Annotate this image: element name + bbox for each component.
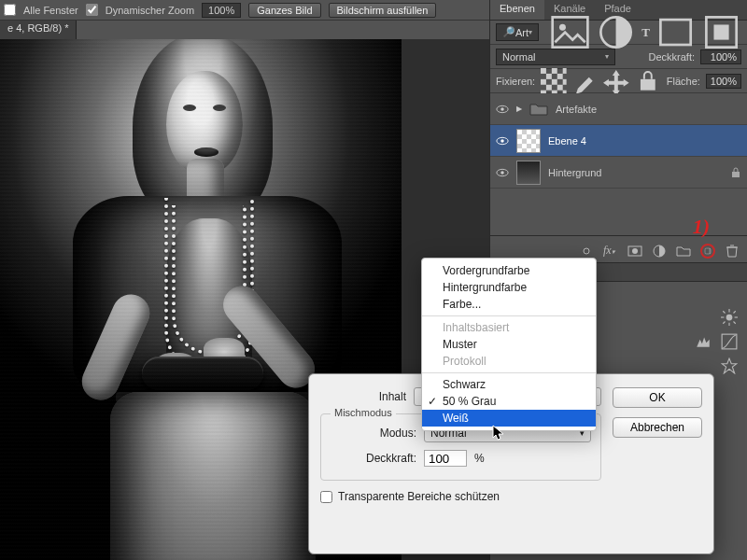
filter-smart-icon[interactable] bbox=[701, 12, 741, 52]
lock-paint-icon[interactable] bbox=[572, 68, 599, 94]
modus-label: Modus: bbox=[331, 427, 416, 440]
svg-line-29 bbox=[723, 322, 725, 324]
filter-adjust-icon[interactable] bbox=[596, 12, 636, 52]
annotation-1: 1) bbox=[693, 215, 710, 239]
svg-point-1 bbox=[559, 24, 566, 31]
dynamischer-zoom-label: Dynamischer Zoom bbox=[106, 5, 194, 16]
delete-layer-icon[interactable] bbox=[725, 244, 740, 259]
layer-row-bg[interactable]: Hintergrund bbox=[490, 157, 747, 189]
svg-line-26 bbox=[723, 311, 725, 313]
filter-image-icon[interactable] bbox=[550, 12, 590, 52]
adjustment-layer-icon[interactable] bbox=[652, 244, 667, 259]
tab-ebenen[interactable]: Ebenen bbox=[490, 0, 544, 20]
layer-thumbnail[interactable] bbox=[516, 129, 541, 153]
ganzes-bild-button[interactable]: Ganzes Bild bbox=[248, 3, 320, 18]
mischmodus-label: Mischmodus bbox=[331, 407, 396, 418]
layer-style-icon[interactable]: fx▾ bbox=[603, 244, 618, 259]
brightness-icon[interactable] bbox=[721, 309, 738, 326]
alle-fenster-checkbox[interactable] bbox=[4, 4, 16, 16]
svg-point-18 bbox=[632, 248, 638, 254]
document-tab-label: e 4, RGB/8) * bbox=[7, 22, 68, 34]
lock-position-icon[interactable] bbox=[603, 68, 629, 94]
new-group-icon[interactable] bbox=[676, 244, 691, 259]
svg-rect-0 bbox=[553, 17, 588, 47]
vibrance-icon[interactable] bbox=[721, 357, 738, 374]
svg-point-21 bbox=[726, 315, 733, 321]
lock-all-icon[interactable] bbox=[635, 68, 661, 94]
visibility-icon[interactable] bbox=[496, 166, 509, 179]
inhalt-label: Inhalt bbox=[320, 390, 406, 403]
layer-filter-label: Art bbox=[515, 27, 529, 38]
flaeche-label: Fläche: bbox=[667, 76, 700, 87]
blend-mode-label: Normal bbox=[502, 51, 535, 63]
zoom-level-field[interactable]: 100% bbox=[202, 3, 241, 18]
svg-rect-20 bbox=[705, 248, 710, 254]
layer-name[interactable]: Artefakte bbox=[556, 104, 597, 115]
blend-mode-dropdown[interactable]: Normal▾ bbox=[496, 49, 615, 65]
menu-weiss[interactable]: Weiß bbox=[422, 410, 596, 427]
layer-filter-dropdown[interactable]: 🔎Art▾ bbox=[496, 23, 539, 41]
ok-button[interactable]: OK bbox=[613, 387, 702, 408]
layer-row-group[interactable]: ▶ Artefakte bbox=[490, 93, 747, 125]
svg-rect-3 bbox=[660, 20, 690, 45]
menu-farbe[interactable]: Farbe... bbox=[422, 296, 596, 313]
disclosure-icon[interactable]: ▶ bbox=[516, 105, 522, 113]
layer-thumbnail[interactable] bbox=[516, 161, 541, 185]
svg-rect-9 bbox=[641, 79, 655, 91]
filter-type-icon[interactable]: T bbox=[641, 25, 650, 40]
dynamischer-zoom-checkbox[interactable] bbox=[86, 4, 98, 16]
menu-schwarz[interactable]: Schwarz bbox=[422, 376, 596, 393]
svg-point-13 bbox=[500, 139, 504, 143]
document-tab[interactable]: e 4, RGB/8) * bbox=[0, 21, 77, 39]
lock-icon bbox=[730, 167, 741, 178]
filter-shape-icon[interactable] bbox=[655, 12, 696, 52]
transparente-bereiche-input[interactable] bbox=[320, 491, 332, 503]
inhalt-popup-menu: Vordergrundfarbe Hintergrundfarbe Farbe.… bbox=[421, 258, 597, 431]
svg-line-28 bbox=[734, 311, 736, 313]
transparente-bereiche-checkbox[interactable]: Transparente Bereiche schützen bbox=[320, 490, 601, 503]
menu-protokoll: Protokoll bbox=[422, 353, 596, 370]
new-layer-icon[interactable] bbox=[700, 244, 715, 259]
bildschirm-ausfuellen-button[interactable]: Bildschirm ausfüllen bbox=[329, 3, 437, 18]
menu-muster[interactable]: Muster bbox=[422, 336, 596, 353]
menu-50-grau-label: 50 % Grau bbox=[443, 395, 496, 408]
layer-name[interactable]: Ebene 4 bbox=[548, 135, 586, 147]
visibility-icon[interactable] bbox=[496, 134, 509, 147]
transparente-bereiche-label: Transparente Bereiche schützen bbox=[338, 490, 500, 503]
folder-icon bbox=[529, 102, 548, 117]
abbrechen-button[interactable]: Abbrechen bbox=[613, 417, 702, 438]
svg-rect-6 bbox=[541, 68, 567, 94]
layer-row-selected[interactable]: Ebene 4 bbox=[490, 125, 747, 157]
dlg-deckkraft-label: Deckkraft: bbox=[331, 452, 416, 465]
menu-50-grau[interactable]: ✓50 % Grau bbox=[422, 393, 596, 410]
svg-point-15 bbox=[500, 171, 504, 175]
menu-vordergrundfarbe[interactable]: Vordergrundfarbe bbox=[422, 262, 596, 279]
levels-icon[interactable] bbox=[695, 333, 712, 350]
svg-line-27 bbox=[734, 322, 736, 324]
percent-label: % bbox=[474, 452, 485, 465]
link-layers-icon[interactable] bbox=[579, 244, 594, 259]
menu-inhaltsbasiert: Inhaltsbasiert bbox=[422, 319, 596, 336]
layer-mask-icon[interactable] bbox=[627, 244, 642, 259]
dlg-deckkraft-field[interactable] bbox=[424, 450, 467, 467]
layer-name[interactable]: Hintergrund bbox=[548, 167, 601, 178]
flaeche-field[interactable]: 100% bbox=[706, 74, 741, 89]
visibility-icon[interactable] bbox=[496, 103, 509, 116]
curves-icon[interactable] bbox=[721, 333, 738, 350]
lock-transparency-icon[interactable] bbox=[541, 68, 567, 94]
fixieren-label: Fixieren: bbox=[496, 76, 535, 87]
svg-point-11 bbox=[500, 107, 504, 111]
menu-hintergrundfarbe[interactable]: Hintergrundfarbe bbox=[422, 279, 596, 296]
deckkraft-label: Deckkraft: bbox=[648, 51, 695, 63]
svg-rect-16 bbox=[732, 172, 740, 177]
svg-rect-5 bbox=[713, 24, 728, 39]
alle-fenster-label: Alle Fenster bbox=[23, 5, 78, 16]
deckkraft-field[interactable]: 100% bbox=[700, 49, 741, 64]
